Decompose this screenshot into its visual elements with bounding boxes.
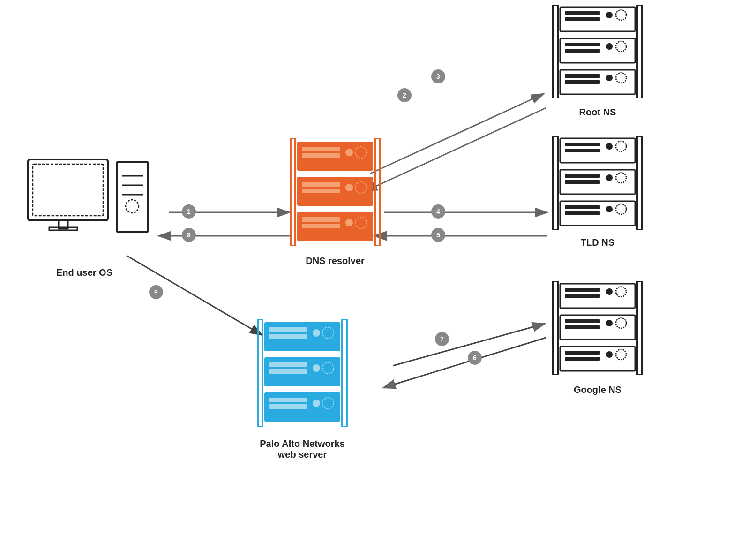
svg-rect-15 xyxy=(302,147,340,151)
svg-point-35 xyxy=(616,10,626,20)
svg-rect-21 xyxy=(302,189,340,193)
svg-rect-80 xyxy=(258,319,262,427)
svg-rect-4 xyxy=(33,164,103,216)
svg-point-74 xyxy=(616,318,626,328)
dns-resolver-label: DNS resolver xyxy=(284,256,387,266)
svg-rect-63 xyxy=(553,281,558,375)
svg-point-78 xyxy=(606,351,613,358)
svg-rect-66 xyxy=(565,288,600,292)
tld-ns-label: TLD NS xyxy=(551,237,644,248)
svg-rect-46 xyxy=(553,136,558,230)
svg-rect-50 xyxy=(565,149,600,152)
svg-rect-83 xyxy=(269,327,307,332)
svg-rect-89 xyxy=(269,369,307,374)
tld-ns-icon xyxy=(551,136,644,230)
svg-rect-81 xyxy=(342,319,347,427)
svg-point-56 xyxy=(606,174,613,181)
svg-rect-59 xyxy=(565,205,600,209)
svg-rect-13 xyxy=(375,138,380,246)
svg-rect-26 xyxy=(302,224,340,228)
svg-rect-20 xyxy=(302,182,340,187)
svg-rect-64 xyxy=(637,281,642,375)
svg-rect-43 xyxy=(565,80,600,84)
google-ns-label: Google NS xyxy=(551,385,644,395)
svg-rect-76 xyxy=(565,351,600,355)
google-ns-icon xyxy=(551,281,644,375)
svg-rect-54 xyxy=(565,174,600,178)
svg-point-11 xyxy=(126,200,139,213)
svg-rect-93 xyxy=(269,398,307,402)
svg-rect-71 xyxy=(565,319,600,323)
svg-point-51 xyxy=(606,143,613,150)
step-2: 2 xyxy=(397,88,412,102)
root-ns-label: Root NS xyxy=(551,107,644,118)
svg-rect-55 xyxy=(565,180,600,184)
step-1: 1 xyxy=(182,204,196,219)
svg-point-68 xyxy=(606,288,613,295)
svg-point-44 xyxy=(606,75,613,81)
svg-rect-49 xyxy=(565,143,600,146)
svg-rect-25 xyxy=(302,217,340,222)
svg-rect-30 xyxy=(637,5,642,98)
svg-rect-38 xyxy=(565,49,600,53)
svg-rect-88 xyxy=(269,362,307,367)
step-8: 8 xyxy=(182,228,196,242)
svg-rect-33 xyxy=(565,17,600,21)
svg-point-39 xyxy=(606,43,613,50)
palo-alto-icon xyxy=(255,319,349,427)
svg-point-45 xyxy=(616,73,626,83)
svg-point-79 xyxy=(616,349,626,360)
svg-rect-32 xyxy=(565,11,600,15)
step-7: 7 xyxy=(435,332,449,346)
svg-rect-67 xyxy=(565,294,600,298)
svg-rect-47 xyxy=(637,136,642,230)
svg-point-40 xyxy=(616,41,626,52)
svg-point-57 xyxy=(616,173,626,183)
svg-point-17 xyxy=(345,149,353,156)
svg-point-27 xyxy=(345,219,353,226)
step-4: 4 xyxy=(431,204,445,219)
svg-point-73 xyxy=(606,320,613,326)
svg-point-61 xyxy=(606,206,613,212)
svg-rect-77 xyxy=(565,357,600,361)
root-ns-icon xyxy=(551,5,644,98)
svg-rect-72 xyxy=(565,325,600,329)
svg-rect-7 xyxy=(117,162,148,232)
svg-point-34 xyxy=(606,12,613,18)
arrow-2-up xyxy=(370,94,544,174)
svg-rect-3 xyxy=(28,159,108,220)
svg-rect-60 xyxy=(565,211,600,215)
palo-alto-label: Palo Alto Networks web server xyxy=(225,438,380,460)
svg-rect-16 xyxy=(302,153,340,158)
step-6: 6 xyxy=(468,351,482,365)
svg-rect-94 xyxy=(269,404,307,409)
end-user-icon xyxy=(23,155,155,263)
svg-point-22 xyxy=(345,184,353,191)
step-3: 3 xyxy=(431,69,445,83)
svg-point-85 xyxy=(313,329,320,337)
step-5: 5 xyxy=(431,228,445,242)
end-user-label: End user OS xyxy=(19,267,150,278)
svg-rect-42 xyxy=(565,74,600,78)
svg-rect-37 xyxy=(565,43,600,46)
arrow-3-down xyxy=(375,108,546,187)
svg-rect-12 xyxy=(291,138,295,246)
dns-resolver-icon xyxy=(288,138,382,246)
svg-point-62 xyxy=(616,204,626,214)
step-9: 9 xyxy=(149,285,163,299)
svg-rect-29 xyxy=(553,5,558,98)
svg-point-95 xyxy=(313,400,320,407)
svg-point-90 xyxy=(313,364,320,372)
svg-rect-84 xyxy=(269,334,307,339)
diagram: 1 8 2 3 4 5 9 7 6 xyxy=(0,0,756,551)
svg-point-69 xyxy=(616,287,626,297)
svg-point-52 xyxy=(616,141,626,151)
